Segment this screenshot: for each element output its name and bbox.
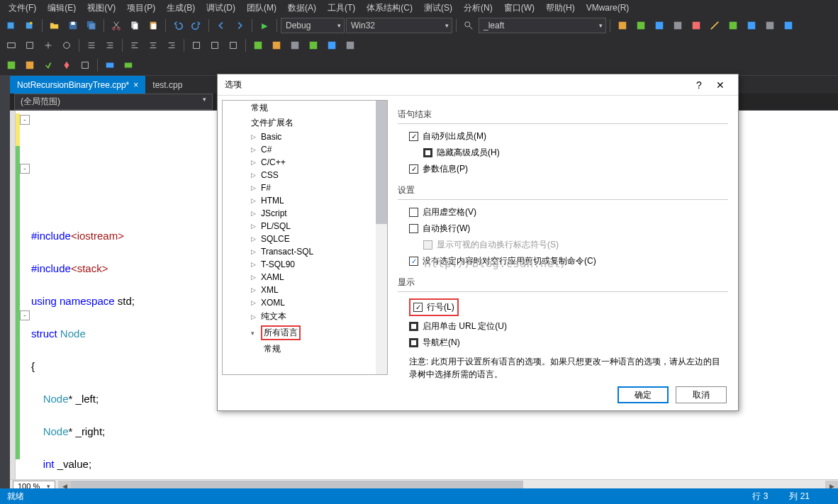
chk-hide-advanced[interactable]: 隐藏高级成员(H): [398, 145, 728, 161]
menu-file[interactable]: 文件(F): [3, 1, 42, 16]
outline-toggle[interactable]: -: [20, 310, 30, 320]
paste-icon[interactable]: [145, 18, 162, 33]
tb3-icon-3[interactable]: [40, 57, 57, 73]
save-all-icon[interactable]: [83, 18, 100, 33]
tree-item-selected[interactable]: ▾所有语言: [223, 324, 387, 342]
tree-item[interactable]: ▷Basic: [223, 130, 387, 143]
tab-inactive[interactable]: test.cpp: [145, 76, 189, 94]
menu-team[interactable]: 团队(M): [241, 1, 282, 16]
tb2-icon-17[interactable]: [323, 38, 340, 53]
tb2-icon-10[interactable]: [188, 38, 205, 53]
menu-edit[interactable]: 编辑(E): [42, 1, 82, 16]
tree-item[interactable]: ▷SQLCE: [223, 233, 387, 245]
tb2-icon-16[interactable]: [305, 38, 322, 53]
menu-view[interactable]: 视图(V): [82, 1, 121, 16]
search-combo[interactable]: _leaft▾: [479, 18, 606, 33]
menu-window[interactable]: 窗口(W): [498, 1, 540, 16]
tb-icon-e[interactable]: [688, 18, 705, 33]
tree-item[interactable]: 常规: [223, 101, 387, 116]
tb3-icon-5[interactable]: [77, 57, 94, 73]
chk-url-navigation[interactable]: 启用单击 URL 定位(U): [398, 318, 728, 335]
tb3-icon-1[interactable]: [3, 57, 20, 73]
ok-button[interactable]: 确定: [618, 386, 669, 403]
options-tree[interactable]: 常规 文件扩展名 ▷Basic ▷C# ▷C/C++ ▷CSS ▷F# ▷HTM…: [222, 100, 388, 375]
redo-icon[interactable]: [188, 18, 205, 33]
menu-test[interactable]: 测试(S): [418, 1, 458, 16]
tb-icon-g[interactable]: [725, 18, 742, 33]
tb2-icon-11[interactable]: [206, 38, 223, 53]
tb2-icon-9[interactable]: [163, 38, 180, 53]
tree-item[interactable]: ▷C#: [223, 143, 387, 156]
add-item-icon[interactable]: [21, 18, 38, 33]
tb-icon-a[interactable]: [614, 18, 631, 33]
chk-auto-list-members[interactable]: 自动列出成员(M): [398, 128, 728, 145]
config-combo[interactable]: Debug▾: [281, 18, 345, 33]
tb-icon-b[interactable]: [632, 18, 649, 33]
tree-item[interactable]: ▷纯文本: [223, 309, 387, 324]
tree-item[interactable]: ▷HTML: [223, 194, 387, 207]
tb2-icon-1[interactable]: [3, 38, 20, 53]
menu-help[interactable]: 帮助(H): [540, 1, 581, 16]
tb2-icon-5[interactable]: [83, 38, 100, 53]
tree-item[interactable]: ▷JScript: [223, 207, 387, 220]
menu-analyze[interactable]: 分析(N): [458, 1, 498, 16]
tb2-icon-3[interactable]: [40, 38, 57, 53]
cancel-button[interactable]: 取消: [676, 386, 727, 403]
tree-item[interactable]: ▷XML: [223, 284, 387, 296]
chk-navigation-bar[interactable]: 导航栏(N): [398, 335, 728, 351]
close-icon[interactable]: ×: [133, 80, 138, 90]
tb2-icon-8[interactable]: [145, 38, 162, 53]
chk-virtual-space[interactable]: 启用虚空格(V): [398, 204, 728, 220]
start-icon[interactable]: ▶: [256, 18, 273, 33]
tree-item[interactable]: 常规: [223, 342, 387, 357]
chk-param-info[interactable]: 参数信息(P): [398, 161, 728, 177]
tree-item[interactable]: ▷XAML: [223, 271, 387, 284]
help-icon[interactable]: ?: [688, 79, 710, 91]
chk-cut-copy-blank[interactable]: 没有选定内容时对空行应用剪切或复制命令(C): [398, 253, 728, 269]
tb-icon-j[interactable]: [780, 18, 797, 33]
tb2-icon-18[interactable]: [342, 38, 359, 53]
tb2-icon-15[interactable]: [286, 38, 303, 53]
tb2-icon-13[interactable]: [250, 38, 267, 53]
save-icon[interactable]: [65, 18, 82, 33]
tb3-icon-7[interactable]: [120, 57, 137, 73]
new-project-icon[interactable]: [3, 18, 20, 33]
outline-toggle[interactable]: -: [20, 115, 30, 125]
tb3-icon-6[interactable]: [101, 57, 118, 73]
menu-debug[interactable]: 调试(D): [201, 1, 241, 16]
tb2-icon-7[interactable]: [126, 38, 143, 53]
tree-item[interactable]: ▷CSS: [223, 169, 387, 181]
scope-combo[interactable]: (全局范围)▾: [14, 94, 213, 110]
menu-build[interactable]: 生成(B): [161, 1, 201, 16]
find-icon[interactable]: [460, 18, 477, 33]
tree-item[interactable]: ▷F#: [223, 181, 387, 194]
menu-vmware[interactable]: VMware(R): [581, 1, 635, 14]
open-icon[interactable]: [46, 18, 63, 33]
menu-tools[interactable]: 工具(T): [322, 1, 361, 16]
nav-back-icon[interactable]: [213, 18, 230, 33]
tb-icon-d[interactable]: [669, 18, 686, 33]
tb-icon-c[interactable]: [651, 18, 668, 33]
tree-item[interactable]: ▷C/C++: [223, 156, 387, 169]
tb2-icon-12[interactable]: [225, 38, 242, 53]
tb-icon-f[interactable]: [706, 18, 723, 33]
nav-fwd-icon[interactable]: [231, 18, 248, 33]
outline-toggle[interactable]: -: [20, 164, 30, 174]
menu-architecture[interactable]: 体系结构(C): [361, 1, 418, 16]
tab-active[interactable]: NotRecursionBinaryTree.cpp* ×: [10, 76, 145, 94]
tree-item[interactable]: ▷Transact-SQL: [223, 245, 387, 258]
menu-project[interactable]: 项目(P): [121, 1, 161, 16]
menu-data[interactable]: 数据(A): [282, 1, 322, 16]
cut-icon[interactable]: [108, 18, 125, 33]
tb2-icon-6[interactable]: [101, 38, 118, 53]
chk-line-numbers[interactable]: 行号(L): [398, 296, 728, 318]
tree-scrollbar[interactable]: [376, 101, 387, 374]
tree-item[interactable]: ▷T-SQL90: [223, 258, 387, 271]
tree-item[interactable]: 文件扩展名: [223, 116, 387, 130]
undo-icon[interactable]: [169, 18, 186, 33]
tb2-icon-2[interactable]: [21, 38, 38, 53]
tb-icon-h[interactable]: [743, 18, 760, 33]
copy-icon[interactable]: [126, 18, 143, 33]
tb-icon-i[interactable]: [761, 18, 778, 33]
platform-combo[interactable]: Win32▾: [346, 18, 452, 33]
